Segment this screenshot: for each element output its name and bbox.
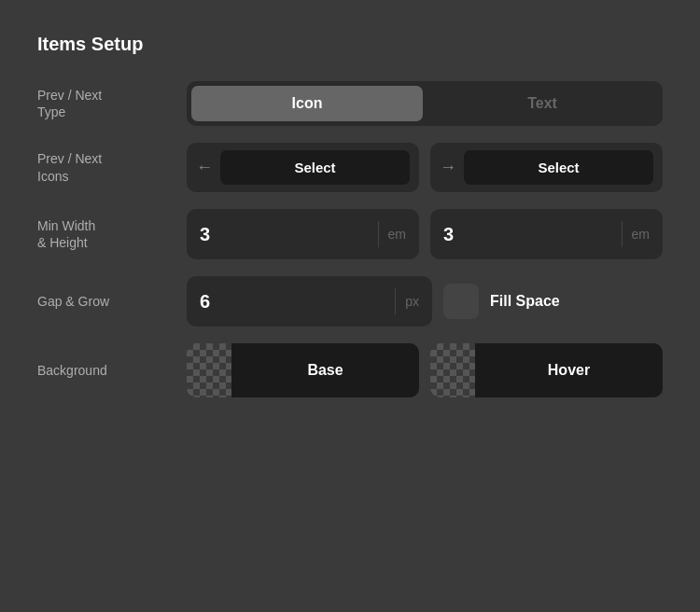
gap-unit: px: [405, 294, 419, 309]
min-width-height-label: Min Width& Height: [37, 217, 187, 251]
base-bg-button[interactable]: Base: [231, 343, 419, 397]
min-width-input[interactable]: 3 em: [187, 209, 419, 259]
min-height-input[interactable]: 3 em: [430, 209, 663, 259]
prev-icon-selector: ← Select: [187, 143, 419, 192]
min-size-controls: 3 em 3 em: [187, 209, 663, 259]
gap-grow-controls: 6 px Fill Space: [187, 276, 663, 327]
prev-next-icons-label: Prev / NextIcons: [37, 150, 187, 184]
min-height-unit: em: [632, 227, 650, 242]
min-width-value: 3: [200, 224, 369, 245]
icons-controls: ← Select → Select: [187, 143, 663, 192]
hover-checker-pattern: [430, 343, 475, 397]
prev-next-type-label: Prev / NextType: [37, 87, 187, 120]
icon-toggle-btn[interactable]: Icon: [191, 86, 423, 121]
prev-select-button[interactable]: Select: [220, 150, 410, 185]
prev-next-type-row: Prev / NextType Icon Text: [37, 81, 663, 126]
gap-grow-row: Gap & Grow 6 px Fill Space: [37, 276, 663, 327]
gap-input[interactable]: 6 px: [187, 276, 432, 327]
text-toggle-btn[interactable]: Text: [427, 86, 658, 121]
divider: [378, 221, 379, 247]
fill-space-group: Fill Space: [443, 284, 663, 319]
left-arrow-icon: ←: [196, 158, 213, 177]
min-width-unit: em: [388, 227, 406, 242]
background-row: Background Base Hover: [37, 343, 663, 397]
type-toggle-group: Icon Text: [187, 81, 663, 126]
type-toggle-controls: Icon Text: [187, 81, 663, 126]
min-width-height-row: Min Width& Height 3 em 3 em: [37, 209, 663, 259]
fill-space-checkbox[interactable]: [443, 284, 479, 319]
background-controls: Base Hover: [187, 343, 663, 397]
base-checker-pattern: [187, 343, 231, 397]
divider: [622, 221, 623, 247]
items-setup-panel: Items Setup Prev / NextType Icon Text Pr…: [0, 0, 700, 612]
base-bg-selector: Base: [187, 343, 419, 397]
next-icon-selector: → Select: [430, 143, 663, 192]
min-height-value: 3: [443, 224, 612, 245]
right-arrow-icon: →: [440, 158, 456, 177]
hover-bg-button[interactable]: Hover: [475, 343, 663, 397]
gap-grow-label: Gap & Grow: [37, 293, 187, 310]
prev-next-icons-row: Prev / NextIcons ← Select → Select: [37, 143, 663, 192]
next-select-button[interactable]: Select: [464, 150, 653, 185]
background-label: Background: [37, 362, 187, 379]
hover-bg-selector: Hover: [430, 343, 663, 397]
divider: [395, 288, 396, 314]
gap-value: 6: [200, 291, 385, 313]
panel-title: Items Setup: [37, 34, 663, 55]
fill-space-label: Fill Space: [490, 293, 560, 310]
